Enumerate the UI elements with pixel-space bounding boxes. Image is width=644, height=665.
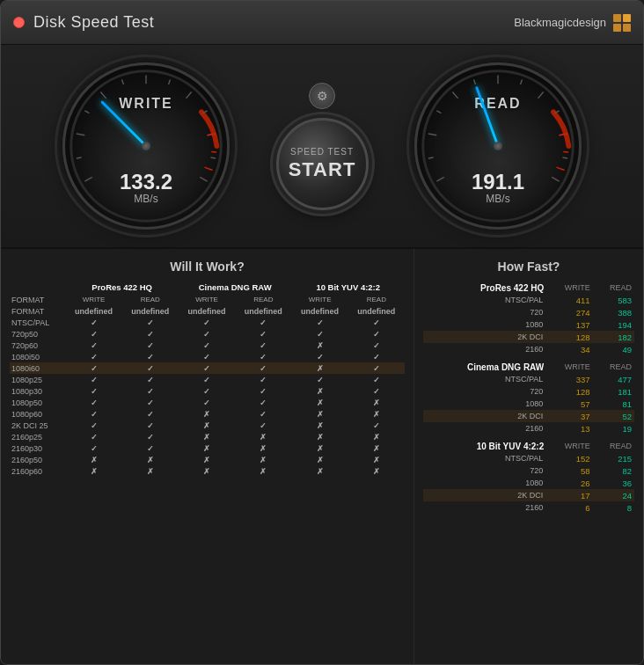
result-cell: ✓ bbox=[235, 397, 291, 408]
work-table-row: 1080p50✓✓✓✓✗✗ bbox=[10, 397, 405, 408]
result-cell: ✓ bbox=[179, 362, 235, 374]
result-cell: ✓ bbox=[348, 340, 405, 351]
fast-write-value: 337 bbox=[545, 373, 592, 385]
fast-section-header-row: Cinema DNG RAW WRITE READ bbox=[423, 360, 634, 373]
svg-line-23 bbox=[474, 79, 476, 84]
result-cell: ✗ bbox=[348, 408, 405, 420]
result-cell: ✗ bbox=[291, 362, 348, 374]
result-cell: ✗ bbox=[65, 454, 121, 465]
write-col-header: WRITE bbox=[545, 439, 592, 452]
result-cell: ✗ bbox=[179, 442, 235, 454]
result-cell: ✓ bbox=[348, 328, 405, 340]
result-cell: ✗ bbox=[291, 397, 348, 408]
result-cell: ✓ bbox=[65, 420, 121, 431]
format-cell: 1080i50 bbox=[10, 351, 65, 362]
fast-format-label: NTSC/PAL bbox=[423, 373, 545, 385]
read-col-header: READ bbox=[593, 281, 634, 294]
result-cell: ✓ bbox=[235, 317, 291, 328]
fast-write-value: 128 bbox=[545, 331, 592, 343]
read-gauge-container: READ 191.1 MB/s bbox=[379, 62, 617, 230]
result-cell: ✓ bbox=[235, 420, 291, 431]
settings-button[interactable]: ⚙ bbox=[309, 83, 335, 109]
svg-line-19 bbox=[428, 157, 434, 158]
result-cell: ✗ bbox=[348, 442, 405, 454]
fast-format-label: 2160 bbox=[423, 422, 545, 435]
fast-table-row: NTSC/PAL 337 477 bbox=[423, 373, 634, 385]
svg-line-29 bbox=[562, 157, 567, 158]
fast-write-value: 34 bbox=[545, 343, 592, 355]
format-col-header: FORMAT bbox=[10, 294, 65, 305]
fast-write-value: 58 bbox=[545, 464, 592, 477]
result-cell: ✗ bbox=[179, 408, 235, 420]
format-cell: 1080i60 bbox=[10, 362, 65, 374]
result-cell: ✓ bbox=[235, 385, 291, 397]
read-gauge: READ 191.1 MB/s bbox=[414, 62, 582, 230]
fast-read-value: 82 bbox=[593, 464, 634, 477]
result-cell: ✗ bbox=[235, 465, 291, 477]
how-fast-title: How Fast? bbox=[423, 259, 634, 274]
result-cell: ✗ bbox=[348, 465, 405, 477]
fast-table-row: 2K DCI 37 52 bbox=[423, 410, 634, 422]
fast-format-label: 1080 bbox=[423, 398, 545, 410]
read-col-header: READ bbox=[593, 360, 634, 373]
fast-format-label: 2160 bbox=[423, 501, 545, 514]
fast-section-header-row: 10 Bit YUV 4:2:2 WRITE READ bbox=[423, 439, 634, 452]
svg-line-5 bbox=[100, 91, 106, 98]
how-fast-panel: How Fast? ProRes 422 HQ WRITE READ NTSC/… bbox=[414, 249, 643, 665]
format-cell: 2160p60 bbox=[10, 465, 65, 477]
result-cell: ✓ bbox=[65, 408, 121, 420]
svg-line-16 bbox=[204, 167, 212, 170]
svg-line-12 bbox=[210, 157, 216, 158]
write-needle-center bbox=[142, 142, 150, 150]
write-label: WRITE bbox=[119, 96, 173, 112]
result-cell: ✓ bbox=[235, 340, 291, 351]
fast-read-value: 194 bbox=[593, 318, 634, 331]
close-button[interactable] bbox=[13, 17, 25, 28]
fast-format-label: NTSC/PAL bbox=[423, 294, 545, 306]
fast-format-label: 720 bbox=[423, 306, 545, 318]
fast-read-value: 182 bbox=[593, 331, 634, 343]
fast-codec-label: ProRes 422 HQ bbox=[423, 281, 545, 294]
fast-section-header-row: ProRes 422 HQ WRITE READ bbox=[423, 281, 634, 294]
result-cell: ✗ bbox=[291, 385, 348, 397]
fast-codec-label: Cinema DNG RAW bbox=[423, 360, 545, 373]
result-cell: undefined bbox=[291, 305, 348, 317]
will-it-work-panel: Will It Work? ProRes 422 HQ Cinema DNG R… bbox=[1, 249, 414, 665]
result-cell: ✓ bbox=[122, 362, 179, 374]
fast-write-value: 37 bbox=[545, 410, 592, 422]
fast-table-row: 2K DCI 17 24 bbox=[423, 489, 634, 501]
result-cell: ✓ bbox=[65, 431, 121, 442]
format-cell: 1080p60 bbox=[10, 408, 65, 420]
result-cell: ✓ bbox=[122, 351, 179, 362]
result-cell: ✓ bbox=[348, 385, 405, 397]
fast-read-value: 81 bbox=[593, 398, 634, 410]
fast-read-value: 52 bbox=[593, 410, 634, 422]
fast-write-value: 57 bbox=[545, 398, 592, 410]
work-table-row: 2160p30✓✓✗✗✗✗ bbox=[10, 442, 405, 454]
svg-line-33 bbox=[556, 167, 564, 170]
result-cell: ✗ bbox=[348, 454, 405, 465]
write-gauge: WRITE 133.2 MB/s bbox=[62, 62, 230, 230]
result-cell: ✓ bbox=[122, 385, 179, 397]
result-cell: ✓ bbox=[179, 397, 235, 408]
settings-icon: ⚙ bbox=[317, 89, 328, 103]
fast-format-label: 720 bbox=[423, 385, 545, 398]
fast-read-value: 19 bbox=[593, 422, 634, 435]
fast-format-label: 720 bbox=[423, 464, 545, 477]
start-button[interactable]: SPEED TEST START bbox=[276, 118, 369, 210]
svg-line-25 bbox=[521, 79, 523, 84]
fast-table-row: 2K DCI 128 182 bbox=[423, 331, 634, 343]
result-cell: ✓ bbox=[179, 340, 235, 351]
title-bar: Disk Speed Test Blackmagicdesign bbox=[1, 1, 643, 45]
fast-read-value: 8 bbox=[593, 501, 634, 514]
format-cell: 2K DCI 25 bbox=[10, 420, 65, 431]
fast-table-row: 720 58 82 bbox=[423, 464, 634, 477]
result-cell: ✓ bbox=[65, 340, 121, 351]
read-needle-center bbox=[494, 142, 502, 150]
brand-name: Blackmagicdesign bbox=[514, 16, 606, 29]
result-cell: ✗ bbox=[65, 465, 121, 477]
fast-table-row: 2160 13 19 bbox=[423, 422, 634, 435]
fast-write-value: 26 bbox=[545, 477, 592, 489]
result-cell: ✓ bbox=[348, 362, 405, 374]
fast-read-value: 583 bbox=[593, 294, 634, 306]
